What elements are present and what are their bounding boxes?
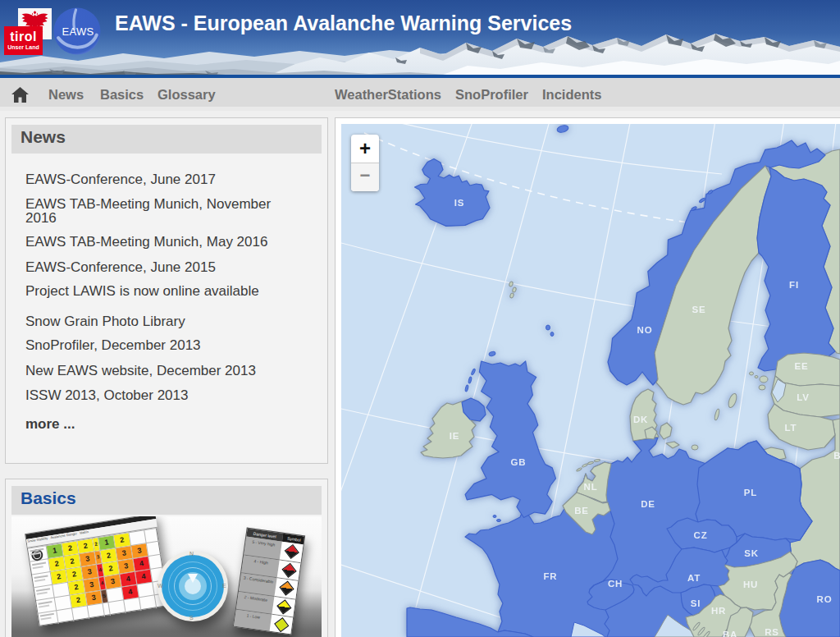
svg-text:SE: SE [692,305,706,314]
svg-text:BE: BE [574,506,589,516]
svg-text:DE: DE [641,499,655,509]
svg-text:SK: SK [744,548,759,558]
svg-text:BY: BY [833,451,840,461]
svg-text:BA: BA [723,630,737,637]
svg-text:NO: NO [637,325,653,335]
svg-text:HU: HU [743,580,758,589]
svg-text:EE: EE [795,361,809,371]
svg-text:IS: IS [454,198,464,208]
svg-text:CH: CH [608,579,623,589]
svg-text:NL: NL [584,482,598,492]
svg-text:LT: LT [785,423,797,433]
svg-text:GB: GB [511,457,527,467]
svg-text:CZ: CZ [694,530,708,540]
svg-text:RO: RO [817,594,833,604]
svg-text:AT: AT [687,573,701,583]
svg-text:PL: PL [744,488,757,497]
svg-text:IE: IE [450,431,459,441]
svg-text:HR: HR [711,606,726,616]
svg-text:FI: FI [789,280,799,290]
svg-text:DK: DK [633,415,648,424]
svg-text:EAWS: EAWS [62,25,94,38]
svg-text:FR: FR [544,571,558,581]
svg-text:SI: SI [691,598,701,608]
svg-text:LV: LV [797,392,809,402]
svg-text:RS: RS [765,627,779,637]
